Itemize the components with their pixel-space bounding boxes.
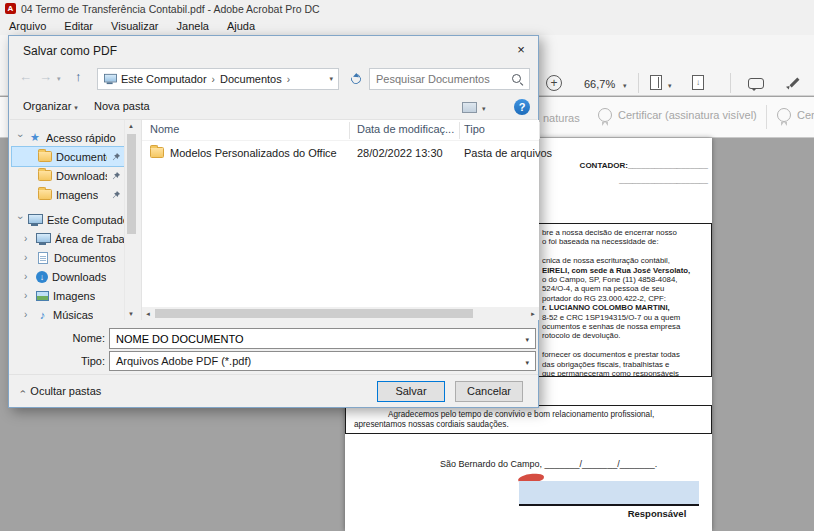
tree-item-pc-imagens[interactable]: › Imagens bbox=[12, 286, 124, 305]
file-list: Nome Data de modificaç... Tipo Modelos P… bbox=[141, 120, 539, 320]
menu-editar[interactable]: Editar bbox=[55, 20, 102, 32]
comment-icon[interactable] bbox=[748, 78, 764, 89]
cancel-button[interactable]: Cancelar bbox=[455, 381, 523, 402]
save-button[interactable]: Salvar bbox=[377, 381, 445, 402]
certify-visible-button[interactable]: Certificar (assinatura visível) bbox=[598, 108, 757, 122]
close-icon[interactable]: × bbox=[505, 37, 537, 62]
horizontal-scrollbar[interactable]: ◄ ► bbox=[142, 307, 539, 320]
refresh-button[interactable] bbox=[345, 68, 367, 90]
scroll-left-icon[interactable]: ◄ bbox=[145, 311, 151, 317]
column-header-tipo[interactable]: Tipo bbox=[464, 123, 485, 135]
tree-item-pc-musicas[interactable]: › ♪ Músicas bbox=[12, 305, 124, 320]
history-dropdown-icon[interactable]: ▾ bbox=[57, 75, 61, 83]
contador-line: CONTADOR:__________________ bbox=[540, 158, 708, 173]
organize-label: Organizar bbox=[23, 100, 71, 112]
page-display-icon[interactable] bbox=[650, 75, 662, 90]
tree-item-documentos-pinned[interactable]: Documentos bbox=[12, 147, 124, 166]
breadcrumb-folder[interactable]: Documentos bbox=[220, 73, 282, 85]
up-icon[interactable]: ↑ bbox=[75, 69, 82, 84]
window-title: 04 Termo de Transferência Contabil.pdf -… bbox=[21, 3, 320, 15]
scroll-up-icon[interactable]: ▲ bbox=[125, 123, 137, 129]
tree-label: Downloads bbox=[52, 271, 106, 283]
name-label: Nome: bbox=[45, 332, 105, 344]
scroll-right-icon[interactable]: ► bbox=[530, 311, 536, 317]
tree-label: Downloads bbox=[56, 170, 107, 182]
city-date-line: São Bernardo do Campo, _______/_______/_… bbox=[440, 459, 657, 469]
help-icon[interactable]: ? bbox=[514, 99, 530, 115]
zoom-in-icon[interactable]: + bbox=[546, 75, 562, 91]
back-icon[interactable]: ← bbox=[19, 69, 32, 84]
scrollbar-thumb[interactable] bbox=[155, 309, 473, 318]
chevron-expanded-icon[interactable]: › bbox=[15, 134, 25, 142]
signature-field-highlight[interactable] bbox=[519, 481, 699, 506]
column-header-nome[interactable]: Nome bbox=[150, 123, 179, 135]
menu-janela[interactable]: Janela bbox=[168, 20, 218, 32]
tree-label: Imagens bbox=[53, 290, 95, 302]
tree-item-this-pc[interactable]: › Este Computador bbox=[12, 210, 124, 229]
folder-icon bbox=[150, 147, 164, 158]
screen: A 04 Termo de Transferência Contabil.pdf… bbox=[0, 0, 814, 531]
pin-icon bbox=[111, 171, 121, 181]
address-dropdown-icon[interactable]: ▾ bbox=[329, 75, 333, 83]
breadcrumb-chevron-icon[interactable]: › bbox=[210, 74, 217, 85]
scroll-down-icon[interactable]: ▼ bbox=[125, 311, 137, 317]
dialog-title: Salvar como PDF bbox=[23, 44, 117, 58]
chevron-collapsed-icon[interactable]: › bbox=[24, 272, 32, 282]
folder-icon bbox=[38, 189, 52, 200]
tree-scrollbar[interactable]: ▲ ▼ bbox=[124, 120, 137, 320]
doc-line: das obrigações fiscais, trabalhistas e bbox=[542, 360, 708, 369]
chevron-expanded-icon[interactable]: › bbox=[15, 216, 25, 224]
filetype-combo[interactable]: Arquivos Adobe PDF (*.pdf) ▾ bbox=[109, 351, 536, 371]
signatures-tool-label[interactable]: naturas bbox=[543, 112, 580, 124]
column-divider[interactable] bbox=[349, 122, 350, 139]
tree-item-downloads-pinned[interactable]: Downloads bbox=[12, 166, 124, 185]
zoom-dropdown-icon[interactable]: ▾ bbox=[623, 82, 627, 90]
column-divider[interactable] bbox=[459, 122, 460, 139]
filetype-dropdown-icon[interactable]: ▾ bbox=[525, 359, 529, 367]
address-bar[interactable]: Este Computador › Documentos › ▾ bbox=[97, 68, 339, 90]
hide-folders-button[interactable]: › Ocultar pastas bbox=[21, 385, 101, 397]
search-input[interactable] bbox=[370, 69, 529, 89]
page-display-dropdown-icon[interactable]: ▾ bbox=[668, 82, 672, 90]
tree-item-imagens-pinned[interactable]: Imagens bbox=[12, 185, 124, 204]
chevron-collapsed-icon[interactable]: › bbox=[24, 253, 32, 263]
tree-item-pc-downloads[interactable]: › ↓ Downloads bbox=[12, 267, 124, 286]
view-dropdown-icon[interactable]: ▾ bbox=[482, 105, 486, 113]
tree-item-quick-access[interactable]: › ★ Acesso rápido bbox=[12, 128, 124, 147]
tree-item-pc-documentos[interactable]: › Documentos bbox=[12, 248, 124, 267]
chevron-collapsed-icon[interactable]: › bbox=[24, 310, 32, 320]
filename-input[interactable] bbox=[110, 329, 535, 348]
pin-icon bbox=[111, 152, 121, 162]
menu-visualizar[interactable]: Visualizar bbox=[102, 20, 168, 32]
quick-access-icon: ★ bbox=[28, 131, 42, 144]
doc-line: portador do RG 23.000.422-2, CPF: bbox=[542, 294, 708, 303]
new-folder-button[interactable]: Nova pasta bbox=[94, 100, 150, 112]
pencil-icon[interactable] bbox=[786, 75, 801, 90]
menu-arquivo[interactable]: Arquivo bbox=[0, 20, 55, 32]
breadcrumb-chevron-icon[interactable]: › bbox=[285, 74, 292, 85]
scroll-mode-icon[interactable]: ↓ bbox=[692, 75, 704, 90]
certify-second-button[interactable]: Certif bbox=[777, 108, 814, 122]
zoom-level[interactable]: 66,7% bbox=[584, 78, 615, 90]
menu-ajuda[interactable]: Ajuda bbox=[218, 20, 264, 32]
chevron-up-icon: › bbox=[17, 389, 28, 392]
list-header: Nome Data de modificaç... Tipo bbox=[142, 120, 539, 141]
scrollbar-thumb[interactable] bbox=[127, 134, 136, 234]
filename-dropdown-icon[interactable]: ▾ bbox=[525, 336, 529, 344]
organize-button[interactable]: Organizar ▾ bbox=[23, 100, 78, 112]
column-header-data[interactable]: Data de modificaç... bbox=[357, 123, 454, 135]
forward-icon[interactable]: → bbox=[39, 69, 52, 84]
toolbar-separator bbox=[766, 105, 767, 129]
certify-visible-label: Certificar (assinatura visível) bbox=[618, 109, 757, 121]
column-divider[interactable] bbox=[539, 122, 540, 139]
responsavel-label: Responsável bbox=[592, 508, 722, 519]
view-options-icon[interactable] bbox=[462, 102, 477, 113]
file-row[interactable]: Modelos Personalizados do Office 28/02/2… bbox=[142, 144, 539, 163]
doc-line: 524/O-4, a quem na pessoa de seu bbox=[542, 284, 708, 293]
chevron-collapsed-icon[interactable]: › bbox=[24, 234, 32, 244]
tree-item-desktop[interactable]: › Área de Trabalh bbox=[12, 229, 124, 248]
breadcrumb-root[interactable]: Este Computador bbox=[121, 73, 207, 85]
doc-line: fornecer os documentos e prestar todas bbox=[542, 350, 708, 359]
search-icon[interactable] bbox=[512, 74, 524, 86]
chevron-collapsed-icon[interactable]: › bbox=[24, 291, 32, 301]
